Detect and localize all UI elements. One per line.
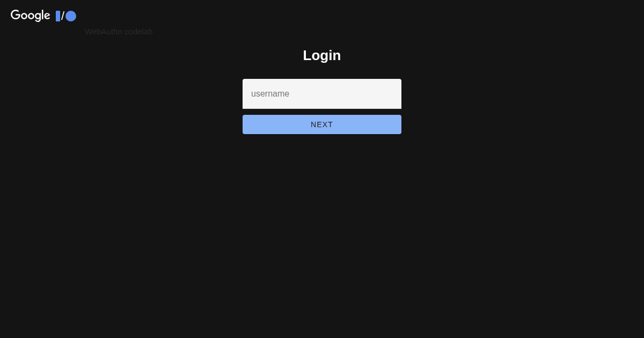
page-title: Login — [303, 47, 341, 64]
google-logo: / — [11, 10, 76, 23]
login-form: NEXT — [243, 79, 401, 134]
subtitle: WebAuthn codelab — [85, 27, 152, 36]
username-input[interactable] — [243, 79, 401, 109]
io-badge-icon: / — [56, 10, 76, 22]
main-content: Login NEXT — [0, 0, 644, 134]
next-button[interactable]: NEXT — [243, 115, 401, 134]
header: / — [11, 10, 76, 23]
